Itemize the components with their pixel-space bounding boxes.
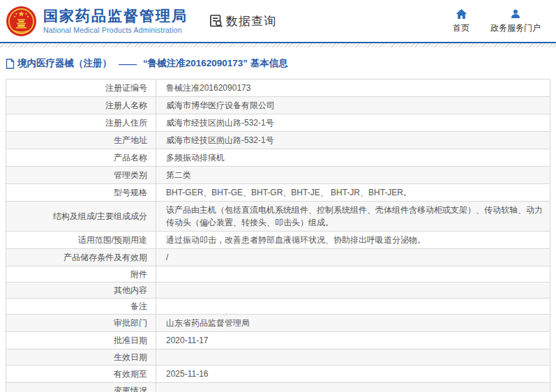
row-label: 注册人住所	[6, 114, 156, 132]
table-row: 批准日期 2020-11-17	[6, 332, 550, 349]
data-query-tab[interactable]: 数据查询	[209, 13, 276, 29]
row-value: 威海市经技区崮山路-532-1号	[156, 114, 550, 132]
data-query-label: 数据查询	[226, 13, 276, 29]
hatch-pattern-strip	[0, 43, 556, 47]
row-value: /	[156, 249, 550, 266]
data-query-icon	[209, 13, 224, 29]
row-label: 附件	[6, 266, 156, 282]
table-row: 结构及组成/主要组成成分 该产品由主机（包括直流电机系统组件、控制系统组件、壳体…	[6, 202, 550, 232]
row-label: 管理类别	[6, 167, 156, 184]
row-label-text: 批准日期	[114, 336, 147, 345]
row-label-text: 型号规格	[114, 188, 147, 197]
nav-portal-label: 政务服务门户	[490, 22, 541, 34]
row-label-text: 其他内容	[114, 285, 147, 295]
brand-title-cn: 国家药品监督管理局	[43, 8, 188, 24]
brand-title-en: National Medical Products Administration	[43, 26, 188, 34]
top-nav: 首页 政务服务门户	[453, 8, 541, 34]
row-label: 生效日期	[6, 349, 156, 365]
table-row: 注册人住所 威海市经技区崮山路-532-1号	[6, 114, 550, 132]
row-label-text: 生效日期	[114, 352, 147, 362]
row-label-text: 备注	[130, 301, 147, 311]
row-value	[156, 383, 550, 392]
user-icon	[510, 8, 521, 20]
row-value	[156, 299, 550, 315]
nav-home-label: 首页	[453, 22, 469, 34]
table-row: 适用范围/预期用途 通过振动叩击，改善患者肺部血液循环状况、协助排出呼吸道分泌物…	[6, 232, 550, 249]
row-label-text: 适用范围/预期用途	[78, 235, 147, 245]
row-value: 威海市博华医疗设备有限公司	[156, 97, 550, 114]
row-label-text: 产品储存条件及有效期	[63, 252, 147, 262]
row-value: 第二类	[156, 167, 550, 184]
table-row: 管理类别 第二类	[6, 167, 550, 184]
brand-text: 国家药品监督管理局 National Medical Products Admi…	[43, 8, 188, 34]
row-value: 多频振动排痰机	[156, 149, 550, 167]
row-label-text: 注册证编号	[105, 83, 147, 93]
row-value	[156, 349, 550, 365]
row-label: 适用范围/预期用途	[6, 232, 156, 249]
nav-portal-link[interactable]: 政务服务门户	[490, 8, 541, 34]
table-row: 有效期至 2025-11-16	[6, 365, 550, 383]
row-value: BHT-GER、BHT-GE、BHT-GR、BHT-JE、 BHT-JR、BHT…	[156, 184, 550, 202]
page-title-category: 境内医疗器械（注册）	[17, 57, 112, 70]
row-label-text: 审批部门	[114, 318, 147, 328]
table-row: 型号规格 BHT-GER、BHT-GE、BHT-GR、BHT-JE、 BHT-J…	[6, 184, 550, 202]
table-row: 注册证编号 鲁械注准20162090173	[6, 80, 550, 97]
row-label: 注册人名称	[6, 97, 156, 114]
row-label: 有效期至	[6, 365, 156, 383]
row-label-text: 注册人住所	[105, 118, 147, 128]
brand: 国家药品监督管理局 National Medical Products Admi…	[6, 6, 188, 37]
row-value	[156, 282, 550, 299]
table-row: 附件	[6, 266, 550, 282]
row-label: 注册证编号	[6, 80, 156, 97]
row-label-text: 结构及组成/主要组成成分	[53, 211, 147, 221]
row-label-text: 注册人名称	[105, 100, 147, 110]
row-label-text: 产品名称	[114, 153, 147, 163]
row-label: 备注	[6, 299, 156, 315]
table-row: 产品名称 多频振动排痰机	[6, 149, 550, 167]
table-row: 审批部门 山东省药品监督管理局	[6, 315, 550, 332]
row-label-text: 有效期至	[114, 369, 147, 379]
row-label: 批准日期	[6, 332, 156, 349]
row-value	[156, 266, 550, 282]
national-emblem-logo	[6, 6, 37, 37]
nav-home-link[interactable]: 首页	[453, 8, 469, 34]
row-value: 威海市经技区崮山路-532-1号	[156, 132, 550, 149]
row-label: 审批部门	[6, 315, 156, 332]
row-label-text: 生产地址	[114, 135, 147, 145]
row-value: 鲁械注准20162090173	[156, 80, 550, 97]
table-row: 注册人名称 威海市博华医疗设备有限公司	[6, 97, 550, 114]
table-row: 生效日期	[6, 349, 550, 365]
page-title: 境内医疗器械（注册） —— “鲁械注准20162090173” 基本信息	[6, 57, 550, 70]
row-value: 通过振动叩击，改善患者肺部血液循环状况、协助排出呼吸道分泌物。	[156, 232, 550, 249]
row-label: 其他内容	[6, 282, 156, 299]
row-value: 2020-11-17	[156, 332, 550, 349]
row-label: 变更情况	[6, 383, 156, 392]
table-row: 备注	[6, 299, 550, 315]
table-row: 变更情况	[6, 383, 550, 392]
row-value: 2025-11-16	[156, 365, 550, 383]
row-label: 生产地址	[6, 132, 156, 149]
document-icon	[6, 59, 15, 69]
page-title-separator: ——	[119, 59, 136, 69]
row-label-text: 变更情况	[114, 386, 147, 392]
row-label: 产品储存条件及有效期	[6, 249, 156, 266]
row-value: 山东省药品监督管理局	[156, 315, 550, 332]
row-label: 结构及组成/主要组成成分	[6, 202, 156, 232]
info-table-body: 注册证编号 鲁械注准20162090173 注册人名称 威海市博华医疗设备有限公…	[6, 80, 550, 392]
row-label: 产品名称	[6, 149, 156, 167]
page-title-text: “鲁械注准20162090173” 基本信息	[143, 57, 288, 70]
registration-info-table: 注册证编号 鲁械注准20162090173 注册人名称 威海市博华医疗设备有限公…	[6, 79, 550, 392]
top-header: 国家药品监督管理局 National Medical Products Admi…	[0, 0, 556, 42]
row-label-text: 管理类别	[114, 170, 147, 180]
table-row: 其他内容	[6, 282, 550, 299]
row-value: 该产品由主机（包括直流电机系统组件、控制系统组件、壳体组件含移动柜或支架）、传动…	[156, 202, 550, 232]
row-label-text: 附件	[130, 269, 147, 279]
table-row: 产品储存条件及有效期 /	[6, 249, 550, 266]
table-row: 生产地址 威海市经技区崮山路-532-1号	[6, 132, 550, 149]
home-icon	[456, 8, 467, 20]
row-label: 型号规格	[6, 184, 156, 202]
